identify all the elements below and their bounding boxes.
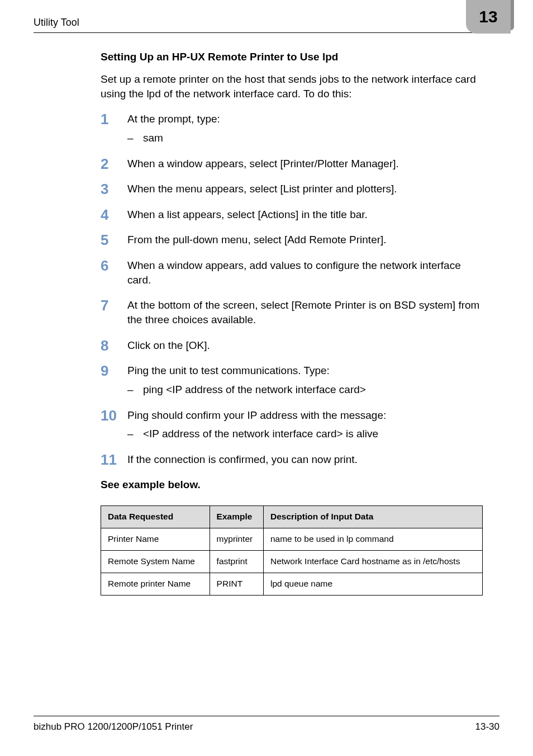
step-text: When a window appears, add values to con… xyxy=(127,259,461,286)
step-subitem: sam xyxy=(127,131,483,145)
table-cell: name to be used in lp command xyxy=(263,528,482,551)
step-item: 5From the pull-down menu, select [Add Re… xyxy=(101,233,483,247)
step-sublist: sam xyxy=(127,131,483,145)
table-cell: Network Interface Card hostname as in /e… xyxy=(263,550,482,573)
see-example-heading: See example below. xyxy=(101,478,483,492)
step-sublist: ping <IP address of the network interfac… xyxy=(127,382,483,397)
step-text: Ping the unit to test communications. Ty… xyxy=(127,365,330,376)
table-header-cell: Data Requested xyxy=(101,506,210,528)
main-content: Setting Up an HP-UX Remote Printer to Us… xyxy=(0,33,533,596)
step-text: Click on the [OK]. xyxy=(127,339,210,351)
step-subitem: <IP address of the network interface car… xyxy=(127,427,483,441)
step-number: 2 xyxy=(101,154,123,174)
steps-list: 1At the prompt, type:sam2When a window a… xyxy=(101,112,483,466)
footer-left: bizhub PRO 1200/1200P/1051 Printer xyxy=(34,721,193,734)
header-section-name: Utility Tool xyxy=(34,16,79,29)
step-number: 6 xyxy=(101,256,123,276)
step-number: 5 xyxy=(101,230,123,250)
table-cell: Printer Name xyxy=(101,528,210,551)
step-item: 4When a list appears, select [Actions] i… xyxy=(101,207,483,222)
table-cell: PRINT xyxy=(210,573,263,595)
step-item: 10Ping should confirm your IP address wi… xyxy=(101,408,483,441)
footer-right: 13-30 xyxy=(475,721,499,734)
section-title: Setting Up an HP-UX Remote Printer to Us… xyxy=(101,50,483,64)
step-text: At the prompt, type: xyxy=(127,113,220,125)
step-item: 11If the connection is confirmed, you ca… xyxy=(101,452,483,467)
step-item: 7At the bottom of the screen, select [Re… xyxy=(101,298,483,327)
chapter-tab-shadow xyxy=(511,0,514,30)
chapter-number: 13 xyxy=(479,6,497,29)
table-cell: myprinter xyxy=(210,528,263,551)
step-number: 10 xyxy=(101,406,123,426)
step-number: 1 xyxy=(101,110,123,129)
table-header-row: Data RequestedExampleDescription of Inpu… xyxy=(101,506,483,528)
step-text: When a window appears, select [Printer/P… xyxy=(127,158,399,169)
step-item: 8Click on the [OK]. xyxy=(101,338,483,353)
step-subitem: ping <IP address of the network interfac… xyxy=(127,382,483,397)
step-text: Ping should confirm your IP address with… xyxy=(127,409,386,421)
table-cell: Remote System Name xyxy=(101,550,210,573)
table-header-cell: Example xyxy=(210,506,263,528)
step-number: 9 xyxy=(101,361,123,381)
step-text: From the pull-down menu, select [Add Rem… xyxy=(127,234,387,245)
table-cell: fastprint xyxy=(210,550,263,573)
table-cell: lpd queue name xyxy=(263,573,482,595)
step-item: 3When the menu appears, select [List pri… xyxy=(101,182,483,196)
step-number: 7 xyxy=(101,296,123,315)
intro-paragraph: Set up a remote printer on the host that… xyxy=(101,72,483,101)
example-table: Data RequestedExampleDescription of Inpu… xyxy=(101,505,483,596)
page-footer: bizhub PRO 1200/1200P/1051 Printer 13-30 xyxy=(34,716,499,734)
table-cell: Remote printer Name xyxy=(101,573,210,595)
step-number: 4 xyxy=(101,205,123,225)
step-number: 11 xyxy=(101,450,123,470)
table-body: Printer Namemyprintername to be used in … xyxy=(101,528,483,596)
step-item: 2When a window appears, select [Printer/… xyxy=(101,157,483,171)
table-header-cell: Description of Input Data xyxy=(263,506,482,528)
step-text: If the connection is confirmed, you can … xyxy=(127,453,358,465)
table-row: Remote printer NamePRINTlpd queue name xyxy=(101,573,483,595)
step-number: 3 xyxy=(101,179,123,199)
step-item: 6When a window appears, add values to co… xyxy=(101,258,483,287)
step-item: 9Ping the unit to test communications. T… xyxy=(101,363,483,396)
chapter-tab: 13 xyxy=(466,0,511,34)
step-sublist: <IP address of the network interface car… xyxy=(127,427,483,441)
table-row: Remote System NamefastprintNetwork Inter… xyxy=(101,550,483,573)
page-header: Utility Tool xyxy=(0,0,533,29)
step-item: 1At the prompt, type:sam xyxy=(101,112,483,145)
step-number: 8 xyxy=(101,336,123,356)
step-text: When the menu appears, select [List prin… xyxy=(127,183,397,195)
step-text: At the bottom of the screen, select [Rem… xyxy=(127,299,479,325)
table-row: Printer Namemyprintername to be used in … xyxy=(101,528,483,551)
step-text: When a list appears, select [Actions] in… xyxy=(127,209,368,220)
